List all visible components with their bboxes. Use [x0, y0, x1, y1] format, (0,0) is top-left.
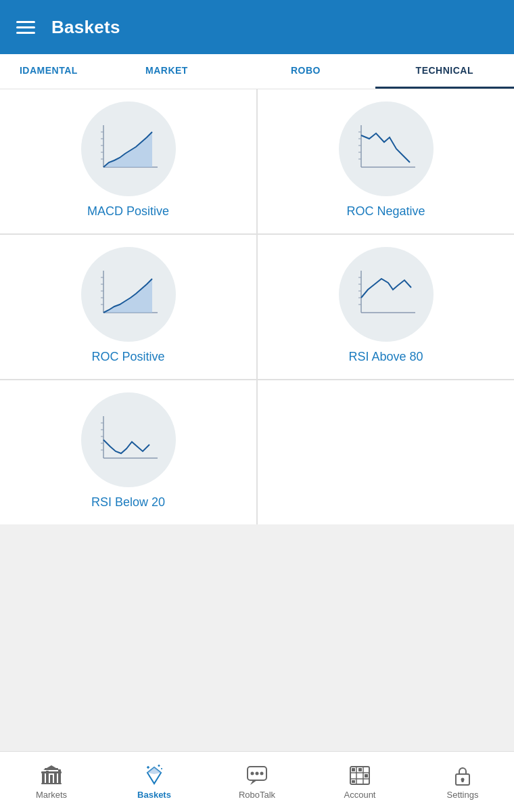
basket-grid-content: MACD Positive ROC Negativ: [0, 89, 514, 751]
robotalk-label: RoboTalk: [239, 790, 275, 800]
rsi-above-80-chart: [349, 264, 423, 325]
markets-label: Markets: [36, 790, 67, 800]
roc-negative-label: ROC Negative: [346, 204, 425, 219]
svg-rect-40: [54, 772, 57, 783]
tab-technical[interactable]: TECHNICAL: [375, 54, 514, 89]
account-icon: [348, 764, 371, 787]
svg-marker-45: [43, 765, 60, 770]
card-roc-positive[interactable]: ROC Positive: [0, 235, 256, 379]
rsi-below-20-label: RSI Below 20: [91, 495, 165, 510]
baskets-label: Baskets: [137, 790, 171, 800]
nav-item-robotalk[interactable]: RoboTalk: [206, 752, 308, 812]
svg-point-55: [251, 772, 254, 775]
settings-label: Settings: [447, 790, 479, 800]
macd-positive-label: MACD Positive: [87, 204, 169, 219]
macd-positive-icon-circle: [81, 102, 176, 196]
nav-item-account[interactable]: Account: [308, 752, 411, 812]
rsi-above-80-label: RSI Above 80: [348, 350, 423, 364]
tab-robo[interactable]: ROBO: [236, 54, 375, 89]
tab-bar: IDAMENTAL MARKET ROBO TECHNICAL: [0, 54, 514, 89]
svg-rect-67: [352, 780, 355, 783]
markets-icon: [40, 764, 63, 787]
card-rsi-below-20[interactable]: RSI Below 20: [0, 380, 256, 524]
svg-rect-37: [42, 773, 45, 783]
basket-grid: MACD Positive ROC Negativ: [0, 89, 514, 524]
app-header: Baskets: [0, 0, 514, 54]
svg-rect-42: [41, 771, 62, 773]
settings-icon: $: [451, 764, 474, 787]
card-rsi-above-80[interactable]: RSI Above 80: [258, 235, 514, 379]
tab-market[interactable]: MARKET: [97, 54, 236, 89]
nav-item-markets[interactable]: Markets: [0, 752, 103, 812]
card-empty: [258, 380, 514, 524]
svg-marker-58: [250, 780, 257, 785]
roc-negative-chart: [349, 118, 423, 179]
card-roc-negative[interactable]: ROC Negative: [258, 89, 514, 233]
nav-item-baskets[interactable]: Baskets: [103, 752, 206, 812]
svg-rect-65: [358, 768, 362, 771]
roc-negative-icon-circle: [339, 102, 434, 196]
rsi-below-20-icon-circle: [81, 392, 176, 487]
macd-positive-chart: [91, 118, 166, 179]
svg-rect-39: [50, 775, 53, 783]
bottom-navigation: Markets Baskets: [0, 751, 514, 812]
robotalk-icon: [246, 764, 268, 787]
svg-point-57: [260, 772, 264, 775]
roc-positive-chart: [91, 264, 166, 325]
page-title: Baskets: [51, 17, 120, 38]
baskets-icon: [143, 764, 166, 787]
svg-rect-43: [41, 783, 62, 784]
roc-positive-icon-circle: [81, 247, 176, 342]
hamburger-menu-icon[interactable]: [16, 21, 35, 34]
tab-fundamental[interactable]: IDAMENTAL: [0, 54, 97, 89]
svg-rect-66: [365, 774, 368, 777]
rsi-above-80-icon-circle: [339, 247, 434, 342]
svg-text:$: $: [461, 777, 464, 783]
svg-marker-22: [103, 279, 152, 313]
card-macd-positive[interactable]: MACD Positive: [0, 89, 256, 233]
svg-rect-64: [352, 768, 355, 771]
account-label: Account: [344, 790, 376, 800]
rsi-below-20-chart: [91, 409, 166, 470]
nav-item-settings[interactable]: $ Settings: [411, 752, 514, 812]
roc-positive-label: ROC Positive: [91, 350, 164, 364]
svg-point-56: [256, 772, 259, 775]
